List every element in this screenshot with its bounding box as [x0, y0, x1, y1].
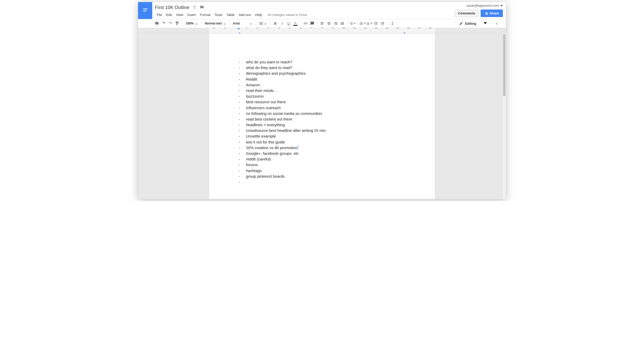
bullet-dash: - [239, 151, 246, 156]
redo-button[interactable] [167, 20, 174, 27]
svg-rect-1 [143, 10, 147, 10]
svg-rect-0 [143, 8, 147, 9]
menu-addons[interactable]: Add-ons [237, 12, 253, 18]
doc-line[interactable]: -20% creation vs 80 promotion [239, 145, 405, 151]
menu-tools[interactable]: Tools [213, 12, 224, 18]
bullet-dash: - [239, 128, 246, 133]
clear-formatting-button[interactable] [389, 20, 396, 27]
doc-line[interactable]: -who do you want to reach? [239, 59, 405, 65]
menu-view[interactable]: View [174, 12, 185, 18]
zoom-selector[interactable]: 100% [184, 20, 199, 27]
doc-line[interactable]: -buzzsumo [239, 93, 405, 99]
align-left-button[interactable] [319, 20, 326, 27]
doc-line[interactable]: -Reddit [239, 76, 405, 82]
vertical-scrollbar[interactable] [502, 33, 506, 199]
bullet-dash: - [239, 116, 246, 122]
doc-line[interactable]: -reddit (careful) [239, 156, 405, 162]
doc-line-text: who do you want to reach? [246, 59, 405, 65]
docs-app-icon[interactable] [138, 2, 152, 19]
doc-line[interactable]: -no following on social media so communi… [239, 111, 405, 116]
doc-line[interactable]: -crowdsource best headline after writing… [239, 128, 405, 133]
align-justify-button[interactable] [339, 20, 346, 27]
doc-line[interactable]: - [239, 179, 405, 185]
numbered-list-button[interactable] [359, 20, 366, 27]
bold-icon: B [274, 21, 277, 25]
doc-title[interactable]: First 10K Outline [155, 5, 189, 10]
doc-line[interactable]: -influencers outreach [239, 105, 405, 111]
doc-line[interactable]: -what do they want to read? [239, 65, 405, 71]
doc-line-text: 20% creation vs 80 promotion [246, 145, 405, 151]
account-menu[interactable]: sarah@appsumo.com [467, 4, 503, 7]
collapse-toolbar-button[interactable] [493, 20, 500, 27]
doc-line[interactable]: -Unsettle example [239, 133, 405, 139]
share-button[interactable]: Share [481, 10, 503, 17]
underline-button[interactable]: U [285, 20, 292, 27]
doc-line-text: hashtags [246, 168, 405, 174]
doc-line[interactable]: -group pinterest boards [239, 174, 405, 179]
svg-marker-5 [195, 24, 197, 25]
bullet-dash: - [239, 93, 246, 99]
print-button[interactable] [154, 20, 160, 27]
doc-line-text [246, 179, 405, 185]
print-icon [155, 21, 159, 25]
align-center-button[interactable] [326, 20, 332, 27]
menu-file[interactable]: File [155, 12, 164, 18]
doc-line[interactable]: -best resource out there [239, 99, 405, 105]
decrease-indent-button[interactable] [372, 20, 379, 27]
font-value: Arial [233, 22, 240, 25]
align-justify-icon [340, 21, 344, 25]
doc-line[interactable]: -Google+, facebook groups, etc [239, 151, 405, 156]
undo-button[interactable] [160, 20, 167, 27]
numbered-list-icon [359, 21, 363, 25]
menu-edit[interactable]: Edit [164, 12, 174, 18]
chevron-up-icon [495, 22, 498, 25]
align-right-button[interactable] [332, 20, 339, 27]
folder-icon[interactable] [200, 5, 204, 10]
mode-selector[interactable]: Editing [457, 21, 490, 26]
svg-marker-12 [484, 22, 487, 24]
italic-button[interactable]: I [279, 20, 285, 27]
doc-line-text: forums [246, 162, 405, 168]
scrollbar-thumb[interactable] [503, 34, 505, 96]
document-page[interactable]: -who do you want to reach?-what do they … [209, 33, 435, 199]
bold-button[interactable]: B [272, 20, 279, 27]
menu-format[interactable]: Format [198, 12, 212, 18]
doc-line[interactable]: -Amazon [239, 82, 405, 88]
italic-icon: I [281, 21, 283, 26]
insert-comment-button[interactable] [309, 20, 316, 27]
bullet-dash: - [239, 179, 246, 185]
font-size-selector[interactable]: 11 [257, 20, 269, 27]
menu-help[interactable]: Help [253, 12, 264, 18]
doc-line[interactable]: -headlines = everything [239, 122, 405, 128]
comments-button[interactable]: Comments [455, 10, 479, 17]
increase-indent-button[interactable] [379, 20, 386, 27]
doc-line[interactable]: -forums [239, 162, 405, 168]
doc-line[interactable]: -read their minds… [239, 88, 405, 93]
zoom-value: 100% [186, 22, 194, 25]
bullet-dash: - [239, 156, 246, 162]
doc-line[interactable]: -demographics and psychographics [239, 71, 405, 76]
doc-line[interactable]: -test it out for this guide [239, 139, 405, 145]
doc-line[interactable]: -read best content out there [239, 116, 405, 122]
style-selector[interactable]: Normal text [203, 20, 227, 27]
bullet-dash: - [239, 145, 246, 151]
link-icon [303, 21, 308, 25]
insert-link-button[interactable] [302, 20, 309, 27]
bullet-dash: - [239, 82, 246, 88]
doc-line-text: influencers outreach [246, 105, 405, 111]
share-label: Share [490, 11, 499, 15]
text-color-button[interactable]: A [292, 20, 299, 27]
font-selector[interactable]: Arial [231, 20, 254, 27]
text-cursor [297, 145, 299, 150]
paint-format-button[interactable] [174, 20, 180, 27]
svg-marker-4 [500, 5, 503, 6]
menu-table[interactable]: Table [225, 12, 236, 18]
editor-canvas: -who do you want to reach?-what do they … [138, 33, 506, 199]
line-spacing-button[interactable] [349, 20, 356, 27]
doc-line-text: no following on social media so communit… [246, 111, 405, 116]
bulleted-list-button[interactable] [366, 20, 372, 27]
doc-line[interactable]: -hashtags [239, 168, 405, 174]
menu-insert[interactable]: Insert [185, 12, 198, 18]
ruler[interactable]: 21123456789101112131415161718 [209, 28, 435, 33]
star-icon[interactable] [192, 5, 197, 10]
